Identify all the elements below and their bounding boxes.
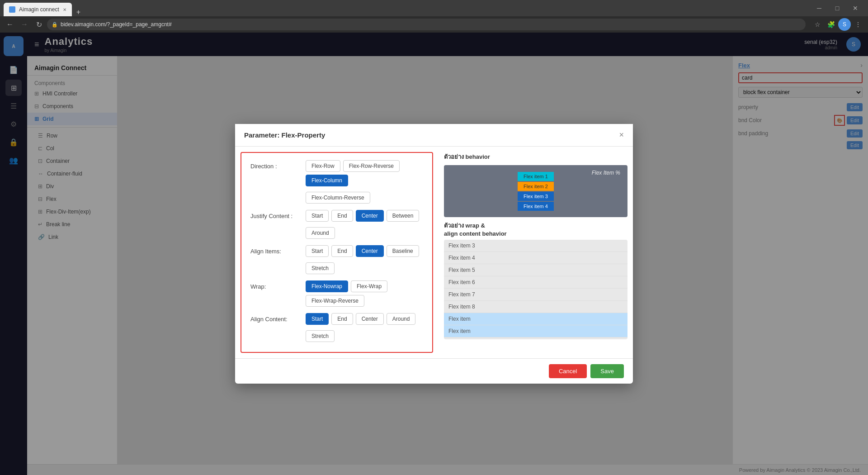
align-content-label: Align Content: <box>250 313 300 323</box>
align-items-controls: Start End Center Baseline Stretch <box>306 245 423 274</box>
align-content-controls: Start End Center Around Stretch <box>306 313 423 342</box>
minimize-button[interactable]: ─ <box>810 2 828 14</box>
jc-between-btn[interactable]: Between <box>387 210 420 222</box>
close-button[interactable]: ✕ <box>846 2 864 14</box>
modal-preview-panel: ตัวอย่าง behavior Flex item 1 Flex item … <box>439 147 633 358</box>
browser-chrome: Aimagin connect ✕ + ─ □ ✕ ← → ↻ 🔒 bidev.… <box>0 0 868 33</box>
flex-column-btn[interactable]: Flex-Column <box>306 175 348 186</box>
flex-item-percent-label: Flex Item % <box>592 170 620 176</box>
direction-controls: Flex-Row Flex-Row-Reverse Flex-Column Fl… <box>306 160 423 204</box>
flex-list-item-3: Flex item 3 <box>444 240 627 252</box>
bookmark-button[interactable]: ☆ <box>811 18 824 31</box>
align-items-row: Align Items: Start End Center Baseline S… <box>250 245 423 274</box>
modal-overlay: Parameter: Flex-Property × Direction : F… <box>27 56 868 464</box>
wrap-label: Wrap: <box>250 280 300 290</box>
lock-icon: 🔒 <box>52 22 58 28</box>
flex-list-item-highlighted-2: Flex item <box>444 325 627 337</box>
flex-item-3-selected: Flex item 3 <box>518 192 554 201</box>
modal-header: Parameter: Flex-Property × <box>235 124 633 147</box>
profile-button[interactable]: S <box>838 18 851 31</box>
refresh-button[interactable]: ↻ <box>33 18 45 31</box>
active-tab[interactable]: Aimagin connect ✕ <box>4 3 72 16</box>
ai-stretch-btn[interactable]: Stretch <box>306 262 335 274</box>
tab-bar: Aimagin connect ✕ + ─ □ ✕ <box>0 0 868 16</box>
flex-item-1: Flex item 1 <box>518 172 554 181</box>
ai-end-btn[interactable]: End <box>331 245 353 257</box>
ai-start-btn[interactable]: Start <box>306 245 329 257</box>
align-content-row: Align Content: Start End Center Around S… <box>250 313 423 342</box>
flex-wrap-reverse-btn[interactable]: Flex-Wrap-Reverse <box>306 295 364 307</box>
nav-bar: ← → ↻ 🔒 bidev.aimagin.com/?_pageId=_page… <box>0 16 868 33</box>
save-button[interactable]: Save <box>590 364 624 378</box>
wrap-row: Wrap: Flex-Nowrap Flex-Wrap Flex-Wrap-Re… <box>250 280 423 307</box>
app-container: A 📄 ⊞ ☰ ⚙ 🔒 👥 ≡ Analytics by Aimagin sen… <box>0 33 868 475</box>
flex-item-2: Flex item 2 <box>518 182 554 191</box>
modal-footer: Cancel Save <box>235 358 633 384</box>
jc-end-btn[interactable]: End <box>331 210 353 222</box>
preview-box-1: Flex item 1 Flex item 2 Flex item 3 Flex… <box>444 165 627 217</box>
content-area: Aimagin Connect Components ⊞ HMI Control… <box>27 56 868 464</box>
flex-list-item-7: Flex item 7 <box>444 289 627 301</box>
flex-row-btn[interactable]: Flex-Row <box>306 160 340 172</box>
ai-center-btn[interactable]: Center <box>356 245 384 257</box>
jc-start-btn[interactable]: Start <box>306 210 329 222</box>
cancel-button[interactable]: Cancel <box>549 364 587 378</box>
preview-box-2: Flex item 3 Flex item 4 Flex item 5 Flex… <box>444 240 627 339</box>
justify-content-label: Justify Content : <box>250 210 300 219</box>
ac-center-btn[interactable]: Center <box>356 313 384 325</box>
direction-row: Direction : Flex-Row Flex-Row-Reverse Fl… <box>250 160 423 204</box>
direction-label: Direction : <box>250 160 300 170</box>
ac-start-btn[interactable]: Start <box>306 313 329 325</box>
ac-around-btn[interactable]: Around <box>387 313 416 325</box>
justify-content-controls: Start End Center Between Around <box>306 210 423 239</box>
flex-list-item-5: Flex item 5 <box>444 264 627 276</box>
ac-end-btn[interactable]: End <box>331 313 353 325</box>
jc-around-btn[interactable]: Around <box>306 227 335 239</box>
flex-list-item-9: Flex item 9 <box>444 337 627 339</box>
flex-list-item-4: Flex item 4 <box>444 252 627 264</box>
forward-button[interactable]: → <box>18 18 31 31</box>
align-items-label: Align Items: <box>250 245 300 255</box>
modal: Parameter: Flex-Property × Direction : F… <box>235 124 633 384</box>
modal-title: Parameter: Flex-Property <box>244 131 325 139</box>
new-tab-button[interactable]: + <box>74 8 83 16</box>
window-controls: ─ □ ✕ <box>810 2 864 14</box>
flex-wrap-btn[interactable]: Flex-Wrap <box>351 280 387 292</box>
tab-favicon <box>9 6 15 13</box>
flex-list-item-6: Flex item 6 <box>444 276 627 289</box>
extensions-button[interactable]: 🧩 <box>825 18 837 31</box>
preview-items-col: Flex item 1 Flex item 2 Flex item 3 Flex… <box>518 172 554 211</box>
modal-close-button[interactable]: × <box>619 130 624 140</box>
flex-column-reverse-btn[interactable]: Flex-Column-Reverse <box>306 192 370 204</box>
wrap-controls: Flex-Nowrap Flex-Wrap Flex-Wrap-Reverse <box>306 280 423 307</box>
nowrap-btn[interactable]: Flex-Nowrap <box>306 280 348 292</box>
maximize-button[interactable]: □ <box>828 2 846 14</box>
flex-row-reverse-btn[interactable]: Flex-Row-Reverse <box>343 160 400 172</box>
tab-close-icon[interactable]: ✕ <box>63 7 66 12</box>
flex-item-4-selected: Flex item 4 <box>518 202 554 211</box>
ai-baseline-btn[interactable]: Baseline <box>387 245 419 257</box>
flex-list-item-8: Flex item 8 <box>444 301 627 313</box>
tab-title: Aimagin connect <box>19 6 59 13</box>
modal-body: Direction : Flex-Row Flex-Row-Reverse Fl… <box>235 147 633 358</box>
address-text: bidev.aimagin.com/?_pageId=_page_amgcnt# <box>61 21 172 28</box>
jc-center-btn[interactable]: Center <box>356 210 384 222</box>
preview-label-2: ตัวอย่าง wrap &align content behavior <box>444 221 627 237</box>
modal-form-panel: Direction : Flex-Row Flex-Row-Reverse Fl… <box>241 152 433 353</box>
back-button[interactable]: ← <box>4 18 16 31</box>
preview-label-1: ตัวอย่าง behavior <box>444 152 627 162</box>
main-area: ≡ Analytics by Aimagin senal (esp32) adm… <box>27 33 868 475</box>
ac-stretch-btn[interactable]: Stretch <box>306 330 335 342</box>
flex-list-item-highlighted-1: Flex item <box>444 313 627 325</box>
address-bar[interactable]: 🔒 bidev.aimagin.com/?_pageId=_page_amgcn… <box>47 19 806 30</box>
justify-content-row: Justify Content : Start End Center Betwe… <box>250 210 423 239</box>
menu-button[interactable]: ⋮ <box>852 18 864 31</box>
